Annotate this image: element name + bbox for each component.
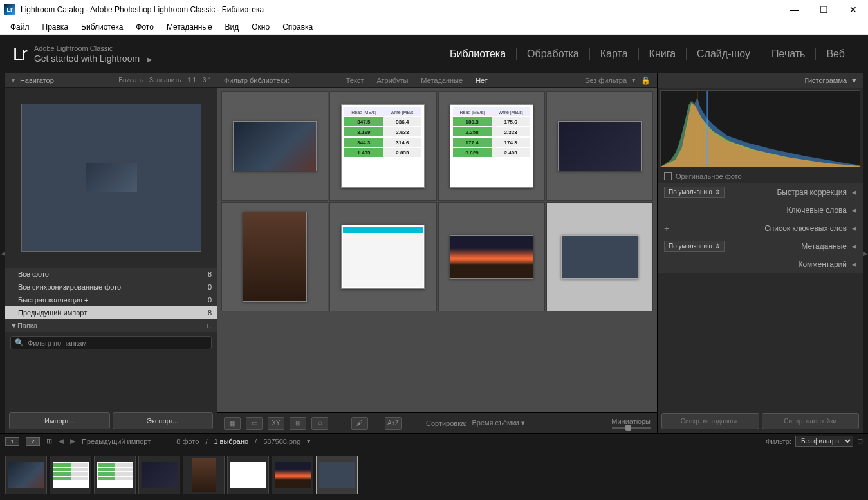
grid-cell[interactable]: Read [MB/s]Write [MB/s] 180.3175.6 2.258…	[438, 91, 545, 201]
sort-direction-button[interactable]: A↕Z	[385, 417, 402, 430]
folders-header[interactable]: ▼ Папка +.	[5, 319, 217, 332]
navigator-header[interactable]: ▼ Навигатор Вписать Заполнить 1:1 3:1	[5, 73, 217, 88]
filter-text[interactable]: Текст	[344, 75, 367, 86]
comments-header[interactable]: Комментарий◀	[658, 255, 863, 273]
source-label[interactable]: Предыдущий импорт	[82, 438, 151, 445]
sync-settings-button[interactable]: Синхр. настройки	[762, 413, 860, 429]
navigator-preview[interactable]	[5, 88, 217, 268]
search-icon: 🔍	[15, 338, 24, 347]
filmstrip-thumb-selected[interactable]	[316, 456, 358, 494]
get-started-link[interactable]: Get started with Lightroom ▶	[34, 53, 152, 64]
loupe-view-button[interactable]: ▭	[246, 417, 263, 430]
module-library[interactable]: Библиотека	[439, 48, 517, 60]
painter-tool[interactable]: 🖌	[351, 417, 368, 430]
filmstrip-thumb[interactable]	[94, 456, 136, 494]
module-develop[interactable]: Обработка	[517, 48, 590, 60]
grid-cell[interactable]	[546, 91, 653, 201]
filter-dropdown[interactable]: Без фильтра	[795, 436, 853, 447]
export-button[interactable]: Экспорт...	[113, 412, 214, 429]
module-map[interactable]: Карта	[590, 48, 639, 60]
grid-cell[interactable]: Read [MB/s]Write [MB/s] 347.5336.4 3.169…	[329, 91, 436, 201]
menu-window[interactable]: Окно	[245, 21, 276, 33]
catalog-synced[interactable]: Все синхронизированные фото0	[5, 281, 217, 293]
original-photo-check[interactable]: Оригинальное фото	[658, 170, 863, 183]
thumb-size-slider[interactable]	[612, 427, 651, 429]
quick-develop-header[interactable]: По умолчанию ⇕ Быстрая коррекция◀	[658, 183, 863, 201]
filter-attribute[interactable]: Атрибуты	[374, 75, 411, 86]
menu-library[interactable]: Библиотека	[75, 21, 129, 33]
module-slideshow[interactable]: Слайд-шоу	[687, 48, 761, 60]
menu-help[interactable]: Справка	[276, 21, 319, 33]
nav-fit[interactable]: Вписать	[118, 77, 143, 84]
current-filename: 587508.png	[263, 438, 300, 445]
minimize-button[interactable]: —	[779, 0, 809, 19]
grid-cell[interactable]	[221, 91, 328, 201]
add-keyword-icon[interactable]: +	[664, 223, 669, 234]
checkbox-icon[interactable]	[664, 172, 672, 180]
histogram[interactable]	[660, 90, 860, 167]
triangle-down-icon: ▼	[10, 77, 16, 84]
filmstrip-thumb[interactable]	[5, 456, 47, 494]
left-panel-toggle[interactable]: ◀	[0, 73, 5, 433]
grid-toggle-icon[interactable]: ⊞	[46, 437, 52, 445]
filmstrip-thumb[interactable]	[50, 456, 91, 494]
add-folder-icon[interactable]: +.	[206, 322, 212, 329]
close-button[interactable]: ✕	[838, 0, 868, 19]
titlebar: Lr Lightroom Catalog - Adobe Photoshop L…	[0, 0, 868, 19]
sort-value[interactable]: Время съёмки ▾	[472, 419, 524, 427]
catalog-quick-collection[interactable]: Быстрая коллекция +0	[5, 293, 217, 306]
histogram-header[interactable]: Гистограмма ▼	[658, 73, 863, 88]
catalog-all-photos[interactable]: Все фото8	[5, 268, 217, 281]
catalog-previous-import[interactable]: Предыдущий импорт8	[5, 306, 217, 319]
module-book[interactable]: Книга	[639, 48, 687, 60]
menu-view[interactable]: Вид	[219, 21, 246, 33]
nav-3-1[interactable]: 3:1	[203, 77, 212, 84]
monitor-2-button[interactable]: 2	[26, 437, 40, 446]
nav-back-icon[interactable]: ◀	[59, 437, 64, 445]
compare-view-button[interactable]: XY	[268, 417, 284, 430]
grid-toolbar: ▦ ▭ XY ⊞ ☺ 🖌 A↕Z Сортировка: Время съёмк…	[217, 412, 657, 433]
filmstrip-thumb[interactable]	[183, 456, 225, 494]
metadata-preset-dropdown[interactable]: По умолчанию ⇕	[664, 241, 725, 252]
monitor-1-button[interactable]: 1	[5, 437, 19, 446]
lock-icon[interactable]: 🔒	[641, 76, 651, 85]
keyword-list-header[interactable]: + Список ключевых слов◀	[658, 219, 863, 237]
nav-forward-icon[interactable]: ▶	[70, 437, 75, 445]
grid-cell[interactable]	[438, 202, 545, 311]
keywords-header[interactable]: Ключевые слова◀	[658, 201, 863, 219]
menu-photo[interactable]: Фото	[129, 21, 160, 33]
nav-fill[interactable]: Заполнить	[149, 77, 181, 84]
library-filter-bar: Фильтр библиотеки: Текст Атрибуты Метада…	[217, 73, 657, 88]
filmstrip-thumb[interactable]	[227, 456, 269, 494]
preset-dropdown[interactable]: По умолчанию ⇕	[664, 187, 725, 198]
sync-metadata-button[interactable]: Синхр. метаданные	[661, 413, 759, 429]
metadata-header[interactable]: По умолчанию ⇕ Метаданные◀	[658, 237, 863, 255]
chevron-down-icon[interactable]: ▾	[632, 76, 636, 84]
module-print[interactable]: Печать	[761, 48, 816, 60]
menu-edit[interactable]: Правка	[36, 21, 75, 33]
filter-metadata[interactable]: Метаданные	[418, 75, 465, 86]
module-web[interactable]: Веб	[816, 48, 855, 60]
import-button[interactable]: Импорт...	[9, 412, 110, 429]
people-view-button[interactable]: ☺	[311, 417, 328, 430]
folder-filter-input[interactable]: 🔍 Фильтр по папкам	[10, 336, 212, 349]
grid-cell[interactable]	[329, 202, 436, 311]
nav-1-1[interactable]: 1:1	[187, 77, 196, 84]
navigator-title: Навигатор	[20, 77, 54, 84]
left-panel: ▼ Навигатор Вписать Заполнить 1:1 3:1 Вс…	[5, 73, 217, 433]
grid-cell-selected[interactable]	[546, 202, 653, 311]
maximize-button[interactable]: ☐	[809, 0, 838, 19]
filter-none[interactable]: Нет	[473, 75, 490, 86]
filter-switch-icon[interactable]: ⊡	[857, 437, 863, 445]
filmstrip-thumb[interactable]	[138, 456, 180, 494]
filter-label: Фильтр:	[766, 438, 791, 445]
grid-view-button[interactable]: ▦	[224, 417, 241, 430]
right-panel-toggle[interactable]: ▶	[863, 73, 868, 433]
menu-metadata[interactable]: Метаданные	[160, 21, 219, 33]
chevron-down-icon[interactable]: ▾	[307, 437, 311, 445]
grid-cell[interactable]	[221, 202, 328, 311]
filter-preset[interactable]: Без фильтра	[585, 77, 627, 84]
filmstrip-thumb[interactable]	[272, 456, 313, 494]
menu-file[interactable]: Файл	[4, 21, 36, 33]
survey-view-button[interactable]: ⊞	[290, 417, 306, 430]
